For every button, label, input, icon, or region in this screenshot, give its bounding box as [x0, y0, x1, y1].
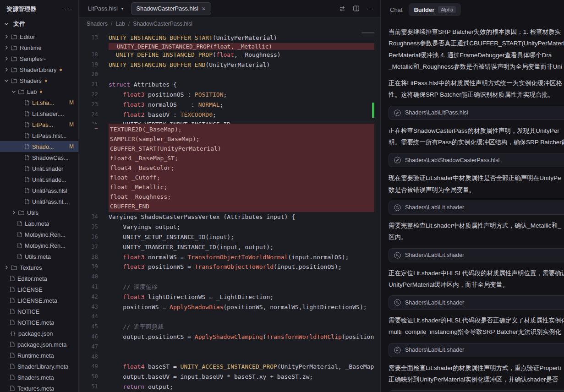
- code-line-39[interactable]: 39 float3 positionWS = TransformObjectTo…: [79, 262, 374, 272]
- close-icon[interactable]: ×: [202, 5, 206, 12]
- tree-item-runtime-meta[interactable]: Runtime.meta: [0, 350, 78, 361]
- code-line-45[interactable]: 45 // 近平面剪裁: [79, 322, 374, 332]
- line-number: 46: [79, 332, 98, 342]
- tree-item-textures[interactable]: Textures: [0, 262, 78, 273]
- tree-item-litpas[interactable]: LitPas...M: [0, 119, 78, 130]
- file-chip[interactable]: Shaders\Lab\Lit.shader: [389, 390, 564, 392]
- tree-item-unlit-shader[interactable]: Unlit.shader: [0, 163, 78, 174]
- code-line-41[interactable]: 41 // 深度偏移: [79, 282, 374, 292]
- tree-item-shaderlibrary-meta[interactable]: ShaderLibrary.meta: [0, 361, 78, 372]
- code-line-35[interactable]: 35 Varyings output;: [79, 222, 374, 232]
- code-line-23[interactable]: 23 float3 normalOS : NORMAL;: [79, 100, 374, 110]
- file-chip[interactable]: Shaders\Lab\ShadowCasterPass.hlsl: [389, 153, 564, 167]
- tree-item-lab[interactable]: Lab: [0, 86, 78, 97]
- code-line-44[interactable]: 44: [79, 312, 374, 322]
- code-line-22[interactable]: 22 float3 positionOS : POSITION;: [79, 90, 374, 100]
- tree-item-shaders-meta[interactable]: Shaders.meta: [0, 372, 78, 383]
- tree-item-lab-meta[interactable]: Lab.meta: [0, 218, 78, 229]
- code-text: [98, 342, 109, 352]
- code-line-38[interactable]: 38 float3 normalWS = TransformObjectToWo…: [79, 252, 374, 262]
- tree-item-license[interactable]: LICENSE: [0, 284, 78, 295]
- tree-item-litpass-hlsl[interactable]: LitPass.hlsl...: [0, 130, 78, 141]
- file-chip[interactable]: Shaders\Lab\Lit.shader: [389, 295, 564, 310]
- tab-chat[interactable]: Chat: [386, 4, 406, 16]
- file-icon: [25, 188, 29, 193]
- code-line-46[interactable]: 46 output.positionCS = ApplyShadowClampi…: [79, 332, 374, 342]
- code-line-25[interactable]: 25 UNITY_VERTEX_INPUT_INSTANCE_ID: [79, 120, 374, 124]
- tree-item-package-json[interactable]: {}package.json: [0, 328, 78, 339]
- code-line-47[interactable]: 47: [79, 342, 374, 352]
- tree-item-editor-meta[interactable]: Editor.meta: [0, 273, 78, 284]
- search-icon: [394, 204, 401, 211]
- compare-changes-icon[interactable]: [339, 5, 346, 12]
- tree-item-lit-shader[interactable]: Lit.shader....: [0, 108, 78, 119]
- line-number: 25: [79, 120, 98, 124]
- tree-item-unlitpass-hlsl[interactable]: UnlitPass.hlsl: [0, 185, 78, 196]
- code-line-48[interactable]: 48: [79, 352, 374, 362]
- code-line-24[interactable]: 24 float2 baseUV : TEXCOORD0;: [79, 110, 374, 120]
- code-line-13[interactable]: 13UNITY_INSTANCING_BUFFER_START(UnityPer…: [79, 33, 374, 43]
- tree-item-samples[interactable]: Samples~: [0, 53, 78, 64]
- tree-item-package-json-meta[interactable]: package.json.meta: [0, 339, 78, 350]
- tree-item-utils-meta[interactable]: Utils.meta: [0, 251, 78, 262]
- code-line-34[interactable]: 34Varyings ShadowCasterPassVertex (Attri…: [79, 212, 374, 222]
- tab-builder[interactable]: Builder Alpha: [409, 3, 461, 16]
- file-icon: [10, 287, 15, 292]
- explorer-more-actions-icon[interactable]: ···: [64, 6, 73, 13]
- file-icon: [10, 342, 15, 347]
- code-area[interactable]: 13UNITY_INSTANCING_BUFFER_START(UnityPer…: [79, 30, 374, 392]
- split-editor-icon[interactable]: [353, 5, 360, 12]
- tree-item-shadowcas[interactable]: ShadowCas...: [0, 152, 78, 163]
- files-section-label: 文件: [13, 20, 25, 28]
- editor-more-actions-icon[interactable]: ···: [367, 5, 374, 12]
- tree-item-lit-sha[interactable]: Lit.sha...M: [0, 97, 78, 108]
- code-line-43[interactable]: 43 positionWS = ApplyShadowBias(position…: [79, 302, 374, 312]
- code-line-40[interactable]: 40: [79, 272, 374, 282]
- file-chip[interactable]: Shaders\Lab\Lit.shader: [389, 343, 564, 357]
- tree-item-utils[interactable]: Utils: [0, 207, 78, 218]
- code-line-51[interactable]: 51 return output;: [79, 382, 374, 392]
- file-chip[interactable]: Shaders\Lab\Lit.shader: [389, 201, 564, 215]
- change-marker-green: [372, 103, 374, 118]
- code-line-21[interactable]: 21struct Attributes {: [79, 80, 374, 90]
- tree-item-unlit-shade[interactable]: Unlit.shade...: [0, 174, 78, 185]
- breadcrumb-item[interactable]: ShadowCasterPass.hlsl: [133, 21, 192, 27]
- file-chip[interactable]: Shaders\Lab\Lit.shader: [389, 248, 564, 262]
- code-line-18[interactable]: 18 UNITY_DEFINE_INSTANCED_PROP(float, _R…: [79, 50, 374, 60]
- chevron-down-icon: [4, 78, 10, 83]
- line-number: 45: [79, 322, 98, 332]
- code-line-50[interactable]: 50 output.baseUV = input.baseUV * baseST…: [79, 372, 374, 382]
- code-text: UNITY_VERTEX_INPUT_INSTANCE_ID: [98, 120, 230, 124]
- tree-item-editor[interactable]: Editor: [0, 31, 78, 42]
- tree-item-runtime[interactable]: Runtime: [0, 42, 78, 53]
- breadcrumb-item[interactable]: Lab: [115, 21, 125, 27]
- code-line-37[interactable]: 37 UNITY_TRANSFER_INSTANCE_ID(input, out…: [79, 242, 374, 252]
- code-line-19[interactable]: 19UNITY_INSTANCING_BUFFER_END(UnityPerMa…: [79, 60, 374, 70]
- tree-item-textures-meta[interactable]: Textures.meta: [0, 383, 78, 392]
- tree-item-notice-meta[interactable]: NOTICE.meta: [0, 317, 78, 328]
- file-chip[interactable]: Shaders\Lab\LitPass.hlsl: [389, 106, 564, 120]
- tree-item-motoyinc-ren[interactable]: Motoyinc.Ren...: [0, 240, 78, 251]
- assistant-panel: Chat Builder Alpha 当前需要继续排查SRP Batcher失效…: [380, 0, 564, 392]
- files-section-header[interactable]: 文件: [0, 16, 78, 31]
- message-line: 正在检查ShadowCasterPass的材质属性声明，发现其UnityPer: [389, 125, 564, 136]
- code-line-20[interactable]: 20: [79, 70, 374, 80]
- code-line-42[interactable]: 42 float3 lightDirectionWS = _LightDirec…: [79, 292, 374, 302]
- tree-item-shado[interactable]: Shado...M: [0, 141, 78, 152]
- code-lines: 13UNITY_INSTANCING_BUFFER_START(UnityPer…: [79, 33, 374, 392]
- tab-shadowcasterpass-hlsl[interactable]: ShadowCasterPass.hlsl×: [131, 2, 211, 15]
- tree-item-license-meta[interactable]: LICENSE.meta: [0, 295, 78, 306]
- scrollbar-thumb[interactable]: [361, 32, 374, 33]
- code-line-49[interactable]: 49 float4 baseST = UNITY_ACCESS_INSTANCE…: [79, 362, 374, 372]
- tree-item-shaders[interactable]: Shaders: [0, 75, 78, 86]
- breadcrumb-item[interactable]: Shaders: [87, 21, 108, 27]
- tree-item-notice[interactable]: NOTICE: [0, 306, 78, 317]
- tree-item-unlitpass-hl[interactable]: UnlitPass.hl...: [0, 196, 78, 207]
- code-text: [98, 272, 109, 282]
- line-number: 34: [79, 212, 98, 222]
- code-line-36[interactable]: 36 UNITY_SETUP_INSTANCE_ID(input);: [79, 232, 374, 242]
- tab-litpass-hlsl[interactable]: LitPass.hlsl●: [82, 2, 129, 15]
- tree-item-motoyinc-ren[interactable]: Motoyinc.Ren...: [0, 229, 78, 240]
- code-text: UNITY_DEFINE_INSTANCED_PROP(float, _Roug…: [98, 50, 281, 60]
- tree-item-shaderlibrary[interactable]: ShaderLibrary: [0, 64, 78, 75]
